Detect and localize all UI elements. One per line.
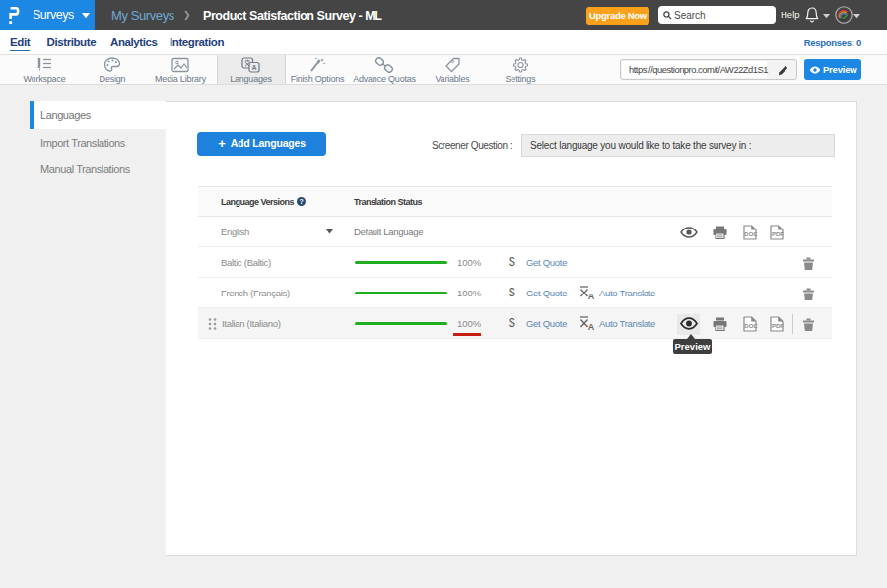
svg-text:DOC: DOC: [744, 323, 758, 329]
svg-text:PDF: PDF: [772, 323, 784, 329]
svg-text:DOC: DOC: [744, 231, 758, 237]
svg-text:A: A: [251, 64, 256, 71]
svg-text:?: ?: [299, 198, 303, 205]
svg-text:A: A: [588, 292, 595, 300]
svg-text:PDF: PDF: [772, 231, 784, 237]
svg-text:A: A: [588, 322, 595, 331]
